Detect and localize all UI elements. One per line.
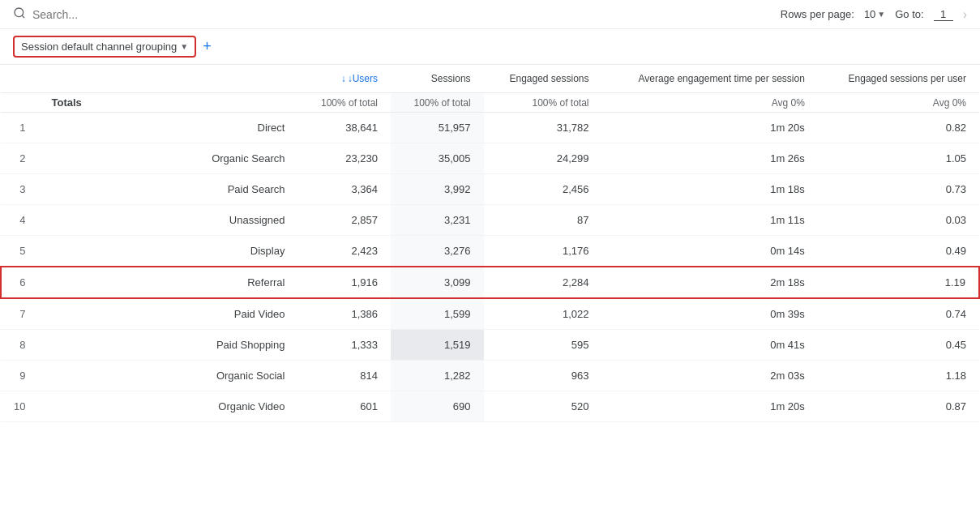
totals-engaged-sessions: 100% of total: [484, 93, 602, 113]
row-users: 3,364: [297, 174, 391, 205]
rows-dropdown-arrow-icon: ▼: [877, 10, 885, 19]
row-dimension[interactable]: Display: [38, 236, 297, 267]
table-row: 8Paid Shopping1,3331,5195950m 41s0.45: [1, 330, 979, 361]
row-users: 1,916: [297, 267, 391, 298]
row-sessions: 1,282: [391, 361, 484, 391]
col-header-engaged-per-user[interactable]: Engaged sessions per user: [818, 65, 979, 93]
row-avg-engagement: 1m 18s: [602, 174, 818, 205]
search-input[interactable]: [32, 8, 211, 21]
rows-per-page-value: 10: [864, 8, 875, 20]
dimension-dropdown-arrow-icon: ▼: [180, 42, 188, 51]
row-sessions: 35,005: [391, 143, 484, 174]
row-number: 1: [1, 113, 38, 143]
search-icon: [13, 6, 26, 22]
row-dimension[interactable]: Unassigned: [38, 205, 297, 236]
row-avg-engagement: 1m 20s: [602, 391, 818, 422]
row-dimension[interactable]: Referral: [38, 267, 297, 298]
table-row: 9Organic Social8141,2829632m 03s1.18: [1, 361, 979, 391]
row-sessions: 3,099: [391, 267, 484, 298]
row-engaged-per-user: 0.03: [818, 205, 979, 236]
col-header-sessions[interactable]: Sessions: [391, 65, 484, 93]
row-dimension[interactable]: Paid Search: [38, 174, 297, 205]
row-dimension[interactable]: Organic Video: [38, 391, 297, 422]
goto-label: Go to:: [895, 8, 923, 20]
row-users: 2,423: [297, 236, 391, 267]
row-avg-engagement: 0m 39s: [602, 298, 818, 330]
row-sessions: 3,992: [391, 174, 484, 205]
col-header-dimension: [38, 65, 297, 93]
table-row: 10Organic Video6016905201m 20s0.87: [1, 391, 979, 422]
pagination-area: Rows per page: 10 ▼ Go to: ›: [781, 7, 967, 22]
row-engaged-sessions: 24,299: [484, 143, 602, 174]
row-number: 5: [1, 236, 38, 267]
row-engaged-sessions: 1,022: [484, 298, 602, 330]
row-dimension[interactable]: Paid Video: [38, 298, 297, 330]
row-users: 38,641: [297, 113, 391, 143]
row-number: 2: [1, 143, 38, 174]
row-engaged-per-user: 0.49: [818, 236, 979, 267]
row-engaged-per-user: 0.82: [818, 113, 979, 143]
row-avg-engagement: 1m 26s: [602, 143, 818, 174]
row-avg-engagement: 1m 11s: [602, 205, 818, 236]
row-avg-engagement: 2m 03s: [602, 361, 818, 391]
row-dimension[interactable]: Paid Shopping: [38, 330, 297, 361]
row-number: 9: [1, 361, 38, 391]
row-number: 4: [1, 205, 38, 236]
table-row: 6Referral1,9163,0992,2842m 18s1.19: [1, 267, 979, 298]
sort-arrow-icon: ↓: [341, 73, 346, 84]
row-avg-engagement: 0m 14s: [602, 236, 818, 267]
dimension-dropdown[interactable]: Session default channel grouping ▼: [13, 36, 196, 58]
svg-line-1: [22, 15, 24, 18]
row-engaged-sessions: 520: [484, 391, 602, 422]
totals-row: Totals 100% of total 100% of total 100% …: [1, 93, 979, 113]
row-engaged-sessions: 1,176: [484, 236, 602, 267]
totals-users: 100% of total: [297, 93, 391, 113]
row-avg-engagement: 1m 20s: [602, 113, 818, 143]
row-engaged-per-user: 0.73: [818, 174, 979, 205]
row-number: 8: [1, 330, 38, 361]
row-engaged-per-user: 1.19: [818, 267, 979, 298]
row-dimension[interactable]: Direct: [38, 113, 297, 143]
row-sessions: 1,519: [391, 330, 484, 361]
row-users: 2,857: [297, 205, 391, 236]
row-engaged-per-user: 0.87: [818, 391, 979, 422]
svg-point-0: [15, 8, 24, 17]
row-number: 6: [1, 267, 38, 298]
row-sessions: 1,599: [391, 298, 484, 330]
row-engaged-sessions: 595: [484, 330, 602, 361]
table-row: 3Paid Search3,3643,9922,4561m 18s0.73: [1, 174, 979, 205]
row-sessions: 3,231: [391, 205, 484, 236]
data-table: ↓↓Users Sessions Engaged sessions Averag…: [0, 65, 980, 422]
row-dimension[interactable]: Organic Social: [38, 361, 297, 391]
table-header-row: ↓↓Users Sessions Engaged sessions Averag…: [1, 65, 979, 93]
row-dimension[interactable]: Organic Search: [38, 143, 297, 174]
totals-sessions: 100% of total: [391, 93, 484, 113]
row-avg-engagement: 2m 18s: [602, 267, 818, 298]
table-row: 7Paid Video1,3861,5991,0220m 39s0.74: [1, 298, 979, 330]
row-number: 10: [1, 391, 38, 422]
table-row: 4Unassigned2,8573,231871m 11s0.03: [1, 205, 979, 236]
search-area: [13, 6, 240, 22]
nav-next-arrow-icon[interactable]: ›: [963, 7, 967, 22]
row-engaged-sessions: 31,782: [484, 113, 602, 143]
col-header-num: [1, 65, 38, 93]
table-row: 2Organic Search23,23035,00524,2991m 26s1…: [1, 143, 979, 174]
row-sessions: 51,957: [391, 113, 484, 143]
row-engaged-per-user: 0.74: [818, 298, 979, 330]
col-header-avg-engagement[interactable]: Average engagement time per session: [602, 65, 818, 93]
col-header-engaged-sessions[interactable]: Engaged sessions: [484, 65, 602, 93]
row-engaged-per-user: 1.18: [818, 361, 979, 391]
row-engaged-per-user: 0.45: [818, 330, 979, 361]
row-engaged-sessions: 2,284: [484, 267, 602, 298]
goto-input[interactable]: [934, 8, 953, 21]
table-row: 5Display2,4233,2761,1760m 14s0.49: [1, 236, 979, 267]
table-row: 1Direct38,64151,95731,7821m 20s0.82: [1, 113, 979, 143]
totals-label: Totals: [38, 93, 297, 113]
add-dimension-button[interactable]: +: [203, 38, 212, 55]
col-header-users[interactable]: ↓↓Users: [297, 65, 391, 93]
row-number: 7: [1, 298, 38, 330]
main-container: Rows per page: 10 ▼ Go to: › Session def…: [0, 0, 980, 530]
row-engaged-sessions: 2,456: [484, 174, 602, 205]
rows-select-wrapper[interactable]: 10 ▼: [864, 8, 885, 20]
dimension-dropdown-label: Session default channel grouping: [21, 41, 177, 53]
